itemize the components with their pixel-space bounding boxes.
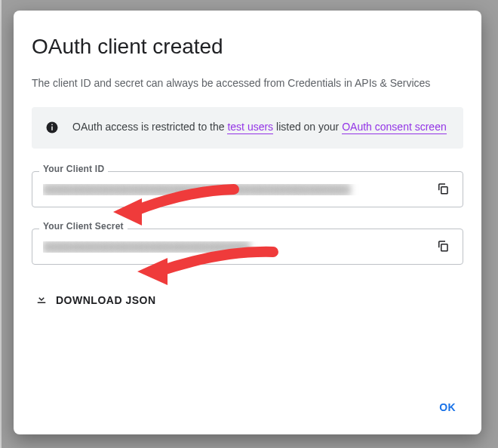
copy-icon (436, 239, 450, 255)
download-json-label: DOWNLOAD JSON (56, 294, 156, 306)
info-banner: OAuth access is restricted to the test u… (32, 107, 463, 149)
client-id-field: Your Client ID █████████████████████████… (32, 171, 463, 207)
download-json-button[interactable]: DOWNLOAD JSON (32, 286, 159, 314)
info-text: listed on your (273, 121, 342, 133)
info-message: OAuth access is restricted to the test u… (72, 119, 447, 136)
info-icon (45, 119, 59, 137)
client-secret-value[interactable]: ███████████████████████████████████ (43, 241, 423, 253)
client-secret-label: Your Client Secret (39, 221, 128, 232)
ok-button[interactable]: OK (429, 395, 466, 419)
copy-icon (436, 182, 450, 198)
info-text: OAuth access is restricted to the (72, 121, 227, 133)
copy-client-secret-button[interactable] (431, 235, 455, 259)
test-users-link[interactable]: test users (227, 121, 273, 134)
oauth-client-created-dialog: OAuth client created The client ID and s… (14, 11, 481, 434)
svg-rect-5 (38, 302, 46, 304)
svg-rect-3 (441, 187, 447, 194)
svg-rect-2 (51, 124, 53, 126)
dialog-title: OAuth client created (32, 35, 463, 59)
client-id-value[interactable]: ████████████████████████████████████████… (43, 184, 423, 195)
dialog-subtitle: The client ID and secret can always be a… (32, 75, 463, 91)
client-secret-field: Your Client Secret █████████████████████… (32, 229, 463, 265)
download-icon (35, 292, 48, 308)
oauth-consent-screen-link[interactable]: OAuth consent screen (342, 121, 447, 134)
client-id-label: Your Client ID (39, 164, 108, 174)
svg-rect-1 (51, 127, 53, 130)
copy-client-id-button[interactable] (431, 177, 455, 201)
dialog-actions: OK (14, 386, 481, 434)
svg-rect-4 (441, 244, 447, 251)
